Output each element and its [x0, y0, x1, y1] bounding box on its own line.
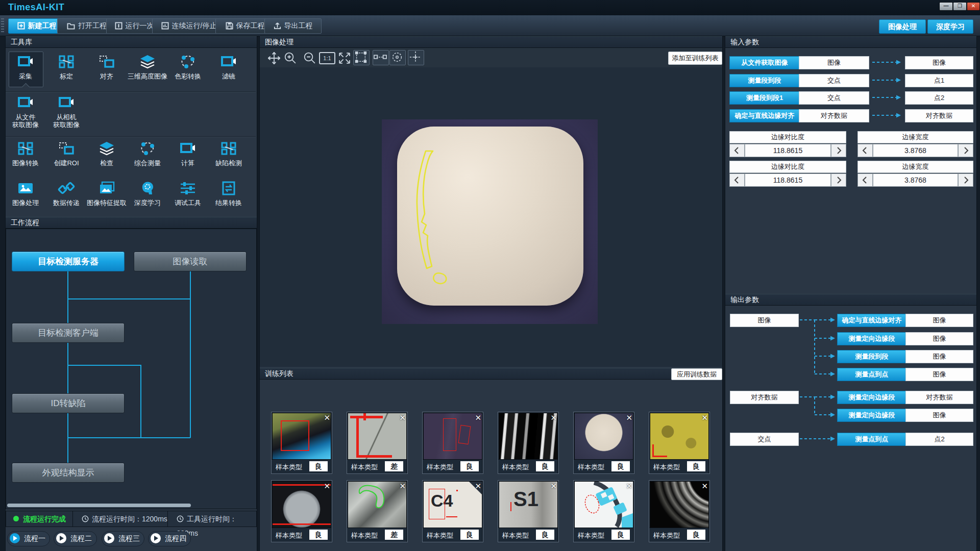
spinner-value[interactable]: 118.8615: [745, 173, 831, 187]
spinner-increment-button[interactable]: [831, 173, 846, 187]
tool-item-inspect[interactable]: 检查: [87, 141, 127, 167]
output-target-port[interactable]: 点2: [905, 433, 973, 446]
tool-item-capture[interactable]: 采集: [6, 55, 45, 80]
spinner-decrement-button[interactable]: [857, 144, 873, 157]
roi-crosshair-tool-button[interactable]: [408, 50, 424, 65]
tool-item-defect-detect[interactable]: 缺陷检测: [209, 141, 249, 167]
remove-sample-icon[interactable]: ✕: [324, 413, 330, 422]
tool-item-result-convert[interactable]: 结果转换: [209, 181, 249, 207]
grade-badge[interactable]: 良: [687, 530, 705, 540]
spinner-value[interactable]: 3.8768: [873, 173, 958, 187]
spinner-value[interactable]: 3.8768: [873, 144, 958, 157]
spinner-increment-button[interactable]: [958, 144, 973, 157]
roi-circle-tool-button[interactable]: [389, 50, 406, 65]
input-source-port[interactable]: 图像: [799, 56, 869, 69]
tool-item-filter[interactable]: 滤镜: [209, 55, 249, 80]
output-target-port[interactable]: 图像: [905, 332, 973, 345]
tool-item-composite-measure[interactable]: 综合测量: [128, 141, 167, 167]
output-target-tool[interactable]: 测量点到点: [837, 433, 906, 446]
grade-badge[interactable]: 良: [309, 461, 328, 471]
training-thumbnail[interactable]: C4 ✕ 样本类型良: [422, 480, 483, 542]
remove-sample-icon[interactable]: ✕: [399, 482, 406, 491]
tool-item-image-from-camera[interactable]: 从相机获取图像: [46, 95, 86, 129]
input-source-tool[interactable]: 测量段到段1: [729, 91, 800, 105]
tool-item-align[interactable]: 对齐: [87, 55, 127, 80]
minimize-button[interactable]: —: [939, 2, 953, 11]
output-target-tool[interactable]: 测量定向边缘段: [837, 332, 906, 345]
training-thumbnail[interactable]: ✕ 样本类型良: [271, 412, 332, 474]
input-target-port[interactable]: 点2: [905, 91, 973, 105]
spinner-decrement-button[interactable]: [729, 173, 745, 187]
zoom-actual-size-button[interactable]: 1:1: [319, 52, 335, 64]
tool-item-image-process[interactable]: 图像处理: [6, 181, 45, 207]
spinner-decrement-button[interactable]: [857, 173, 873, 187]
output-target-port[interactable]: 图像: [905, 350, 973, 363]
horizontal-scrollbar[interactable]: [7, 504, 191, 507]
output-target-tool[interactable]: 测量段到段: [837, 350, 906, 363]
workflow-node-detect-client[interactable]: 目标检测客户端: [12, 323, 125, 343]
tab-flow-1[interactable]: 流程一: [7, 531, 50, 546]
training-thumbnail[interactable]: ✕ 样本类型良: [649, 412, 710, 474]
grade-badge[interactable]: 良: [687, 461, 705, 471]
mode-image-processing-button[interactable]: 图像处理: [879, 19, 926, 34]
grade-badge[interactable]: 良: [611, 530, 630, 540]
remove-sample-icon[interactable]: ✕: [399, 413, 406, 422]
remove-sample-icon[interactable]: ✕: [626, 482, 632, 491]
training-thumbnail[interactable]: ✕ 样本类型差: [347, 412, 408, 474]
grade-badge[interactable]: 良: [460, 530, 479, 540]
grade-badge[interactable]: 良: [536, 461, 554, 471]
input-source-tool[interactable]: 从文件获取图像: [729, 56, 800, 69]
tab-flow-3[interactable]: 流程三: [102, 531, 144, 546]
remove-sample-icon[interactable]: ✕: [701, 413, 708, 422]
remove-sample-icon[interactable]: ✕: [475, 413, 481, 422]
close-button[interactable]: ✕: [967, 2, 980, 11]
training-thumbnail[interactable]: ✕ 样本类型良: [649, 480, 710, 542]
workflow-node-detect-server[interactable]: 目标检测服务器: [12, 252, 125, 271]
grade-badge[interactable]: 良: [309, 530, 328, 540]
tool-item-deep-learning[interactable]: 深度学习: [128, 181, 167, 207]
output-source-port[interactable]: 图像: [730, 314, 799, 327]
maximize-button[interactable]: ❐: [953, 2, 967, 11]
spinner-decrement-button[interactable]: [729, 144, 745, 157]
training-thumbnail[interactable]: ✕ 样本类型良: [573, 412, 634, 474]
input-source-tool[interactable]: 确定与直线边缘对齐: [729, 109, 800, 122]
workflow-node-image-read[interactable]: 图像读取: [134, 252, 247, 271]
tool-item-3d-height-image[interactable]: 三维高度图像: [128, 55, 167, 80]
workflow-node-id-to-defect[interactable]: ID转缺陷: [12, 393, 125, 413]
training-thumbnail[interactable]: ✕ 样本类型良: [573, 480, 634, 542]
roi-rectangle-tool-button[interactable]: [353, 50, 370, 65]
spinner-increment-button[interactable]: [831, 144, 846, 157]
remove-sample-icon[interactable]: ✕: [626, 413, 632, 422]
export-project-button[interactable]: 导出工程: [264, 18, 322, 34]
output-target-port[interactable]: 图像: [905, 314, 973, 327]
training-thumbnail[interactable]: ✕ 样本类型良: [498, 412, 559, 474]
tool-item-data-transfer[interactable]: 数据传递: [46, 181, 86, 207]
tool-item-calibration[interactable]: 标定: [46, 55, 86, 80]
mode-deep-learning-button[interactable]: 深度学习: [927, 19, 973, 34]
spinner-increment-button[interactable]: [958, 173, 973, 187]
grade-badge[interactable]: 差: [385, 530, 403, 540]
remove-sample-icon[interactable]: ✕: [701, 482, 708, 491]
grade-badge[interactable]: 良: [460, 461, 479, 471]
roi-segment-tool-button[interactable]: [373, 50, 389, 65]
output-target-tool[interactable]: 确定与直线边缘对齐: [837, 314, 906, 327]
add-to-training-button[interactable]: 添加至训练列表: [668, 52, 722, 65]
training-thumbnail[interactable]: ✕ 样本类型良: [271, 480, 332, 542]
output-target-port[interactable]: 对齐数据: [905, 391, 973, 404]
input-source-port[interactable]: 交点: [799, 74, 869, 87]
input-target-port[interactable]: 点1: [905, 74, 973, 87]
tool-item-color-convert[interactable]: 色彩转换: [168, 55, 208, 80]
apply-training-data-button[interactable]: 应用训练数据: [671, 368, 722, 380]
output-target-tool[interactable]: 测量定向边缘段: [837, 409, 906, 422]
tool-item-debug-tool[interactable]: 调试工具: [168, 181, 208, 207]
grade-badge[interactable]: 良: [536, 530, 554, 540]
grade-badge[interactable]: 差: [385, 461, 403, 471]
tab-flow-2[interactable]: 流程二: [54, 531, 97, 546]
training-thumbnail[interactable]: ✕ 样本类型差: [347, 480, 408, 542]
input-target-port[interactable]: 图像: [905, 56, 973, 69]
remove-sample-icon[interactable]: ✕: [475, 482, 481, 491]
remove-sample-icon[interactable]: ✕: [550, 482, 557, 491]
input-source-port[interactable]: 对齐数据: [799, 109, 869, 122]
output-target-tool[interactable]: 测量点到点: [837, 368, 906, 381]
fit-screen-icon[interactable]: [337, 51, 353, 64]
